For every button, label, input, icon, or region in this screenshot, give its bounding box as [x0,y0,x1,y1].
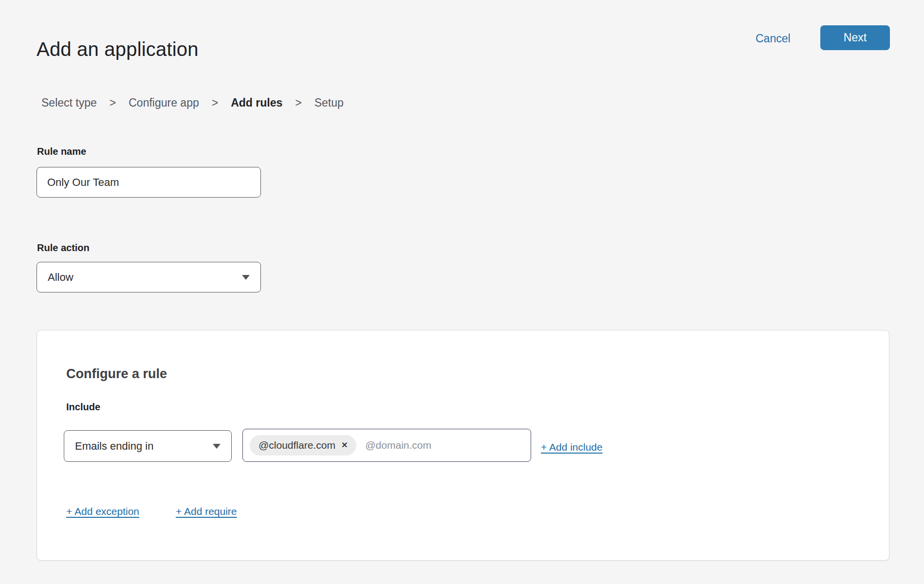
email-domain-tag: @cloudflare.com ✕ [250,435,356,456]
breadcrumb-step-select-type[interactable]: Select type [41,96,97,110]
include-criteria-selected-value: Emails ending in [75,440,153,453]
add-require-link[interactable]: + Add require [176,506,237,517]
rule-action-select[interactable]: Allow [37,262,261,292]
email-domain-tag-input[interactable]: @cloudflare.com ✕ [242,429,531,462]
cancel-button[interactable]: Cancel [756,32,791,45]
breadcrumb-separator: > [212,96,218,110]
add-application-page: Add an application Cancel Next Select ty… [0,0,924,584]
breadcrumb: Select type > Configure app > Add rules … [41,96,344,110]
rule-name-label: Rule name [37,146,86,157]
add-include-link[interactable]: + Add include [541,441,603,453]
chevron-down-icon [213,444,221,449]
breadcrumb-separator: > [295,96,301,110]
include-label: Include [66,402,100,413]
breadcrumb-step-add-rules[interactable]: Add rules [231,96,282,110]
breadcrumb-step-setup[interactable]: Setup [314,96,344,110]
breadcrumb-step-configure-app[interactable]: Configure app [129,96,199,110]
remove-tag-icon[interactable]: ✕ [341,441,348,449]
chevron-down-icon [242,275,250,280]
add-exception-link[interactable]: + Add exception [66,506,139,517]
breadcrumb-separator: > [110,96,116,110]
rule-action-label: Rule action [37,242,90,254]
rule-action-selected-value: Allow [48,271,74,284]
include-criteria-select[interactable]: Emails ending in [64,430,232,462]
configure-rule-title: Configure a rule [66,366,167,382]
next-button[interactable]: Next [820,25,890,50]
rule-name-input[interactable] [37,167,261,198]
page-title: Add an application [37,38,199,60]
configure-rule-card: Configure a rule Include Emails ending i… [37,330,889,561]
email-domain-text-input[interactable] [364,439,524,452]
email-domain-tag-label: @cloudflare.com [259,439,335,451]
